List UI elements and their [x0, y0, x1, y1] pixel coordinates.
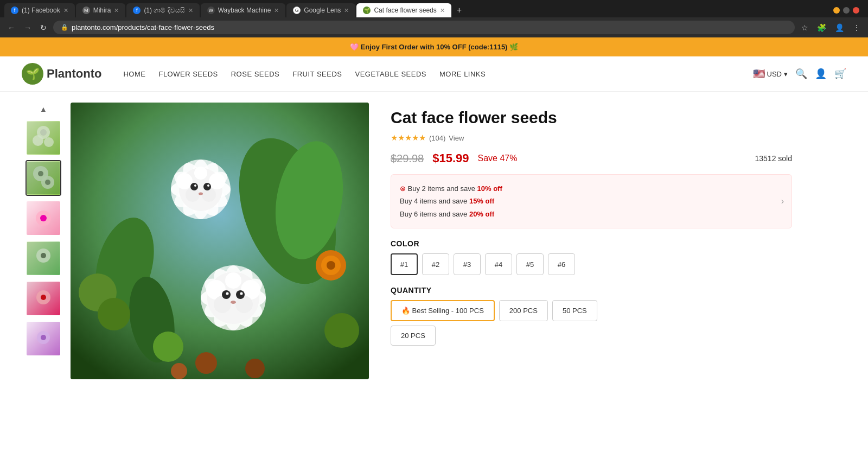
- googlelens-tab-icon: G: [293, 7, 301, 14]
- lock-icon: 🔒: [61, 24, 68, 31]
- nav-flower-seeds[interactable]: FLOWER SEEDS: [158, 70, 218, 78]
- color-section-label: COLOR: [391, 239, 792, 248]
- quantity-20pcs[interactable]: 20 PCS: [391, 326, 436, 346]
- tab-facebook1[interactable]: f (1) Facebook ✕: [4, 3, 75, 17]
- bulk-discount-icon1: ⊗: [400, 184, 406, 193]
- nav-fruit-seeds[interactable]: FRUIT SEEDS: [292, 70, 342, 78]
- thumbnail-image-3: [27, 201, 60, 235]
- back-button[interactable]: ←: [5, 22, 17, 33]
- quantity-50pcs[interactable]: 50 PCS: [552, 300, 597, 321]
- svg-point-64: [236, 290, 245, 299]
- tab-close-btn[interactable]: ✕: [114, 7, 119, 14]
- logo-text: Plantonto: [47, 67, 101, 81]
- tab-close-btn[interactable]: ✕: [188, 7, 193, 14]
- svg-point-47: [194, 184, 196, 187]
- tab-mihira[interactable]: M Mihira ✕: [76, 3, 126, 17]
- color-option-5[interactable]: #5: [516, 253, 544, 275]
- url-input[interactable]: 🔒 plantonto.com/products/cat-face-flower…: [53, 21, 795, 34]
- svg-point-31: [327, 261, 335, 270]
- nav-vegetable-seeds[interactable]: VEGETABLE SEEDS: [355, 70, 426, 78]
- menu-button[interactable]: ⋮: [851, 22, 863, 33]
- url-text: plantonto.com/products/cat-face-flower-s…: [72, 23, 214, 31]
- search-button[interactable]: 🔍: [795, 68, 807, 80]
- reload-button[interactable]: ↻: [38, 22, 49, 33]
- forward-button[interactable]: →: [22, 22, 34, 33]
- site-header: 🌱 Plantonto HOME FLOWER SEEDS ROSE SEEDS…: [0, 56, 868, 92]
- wayback-tab-icon: W: [207, 7, 215, 14]
- svg-point-67: [231, 301, 236, 304]
- svg-point-45: [190, 183, 198, 190]
- color-option-4[interactable]: #4: [485, 253, 512, 275]
- svg-rect-4: [27, 122, 60, 154]
- bookmark-button[interactable]: ☆: [799, 22, 810, 33]
- svg-point-69: [245, 359, 265, 378]
- svg-point-19: [41, 335, 46, 340]
- tab-facebook2[interactable]: f (1) ගාම් දිවයසි ✕: [126, 3, 199, 17]
- maximize-button[interactable]: [843, 7, 850, 14]
- tab-label: Google Lens: [304, 7, 341, 14]
- color-options: #1 #2 #3 #4 #5 #6: [391, 253, 792, 275]
- color-option-3[interactable]: #3: [454, 253, 481, 275]
- tab-label: Wayback Machine: [218, 7, 271, 14]
- view-reviews-link[interactable]: View: [449, 134, 464, 142]
- currency-selector[interactable]: 🇺🇸 USD ▾: [753, 68, 788, 80]
- product-title: Cat face flower seeds: [391, 108, 792, 128]
- quantity-section-label: QUANTITY: [391, 286, 792, 295]
- thumbnail-6[interactable]: [25, 321, 61, 356]
- thumbnail-3[interactable]: [25, 200, 61, 236]
- cart-button[interactable]: 🛒: [834, 68, 846, 80]
- svg-point-41: [209, 173, 225, 189]
- minimize-button[interactable]: [833, 7, 840, 14]
- tab-close-btn[interactable]: ✕: [344, 7, 349, 14]
- nav-more-links[interactable]: MORE LINKS: [439, 70, 486, 78]
- thumbnail-5[interactable]: [25, 281, 61, 316]
- thumbnail-1[interactable]: [25, 120, 61, 156]
- tab-close-btn[interactable]: ✕: [440, 7, 445, 14]
- main-product-image: [71, 103, 369, 379]
- thumbnail-image-1: [27, 121, 60, 155]
- svg-rect-14: [27, 242, 60, 275]
- quantity-best-selling[interactable]: 🔥 Best Selling - 100 PCS: [391, 300, 495, 321]
- nav-home[interactable]: HOME: [123, 70, 145, 78]
- bulk-discount-line3: Buy 6 items and save 20% off: [400, 208, 783, 220]
- quantity-200pcs[interactable]: 200 PCS: [499, 300, 548, 321]
- new-tab-button[interactable]: +: [452, 3, 466, 17]
- tab-label: Mihira: [93, 7, 111, 14]
- logo[interactable]: 🌱 Plantonto: [22, 63, 101, 85]
- svg-point-11: [40, 215, 47, 221]
- logo-icon: 🌱: [22, 63, 43, 85]
- extensions-button[interactable]: 🧩: [815, 22, 828, 33]
- rating-stars: ★★★★★: [391, 133, 426, 143]
- thumbnail-4[interactable]: [25, 240, 61, 276]
- original-price: $29.98: [391, 152, 424, 165]
- currency-label: USD: [767, 70, 782, 78]
- price-row: $29.98 $15.99 Save 47% 13512 sold: [391, 151, 792, 165]
- tab-plantonto[interactable]: 🌱 Cat face flower seeds ✕: [356, 3, 451, 17]
- currency-dropdown-icon: ▾: [784, 70, 788, 78]
- tab-googlelens[interactable]: G Google Lens ✕: [286, 3, 355, 17]
- tab-close-btn[interactable]: ✕: [274, 7, 279, 14]
- svg-point-26: [98, 298, 130, 330]
- svg-point-46: [203, 183, 211, 190]
- tab-close-btn[interactable]: ✕: [63, 7, 68, 14]
- profile-button[interactable]: 👤: [833, 22, 846, 33]
- browser-chrome: f (1) Facebook ✕ M Mihira ✕ f (1) ගාම් ද…: [0, 0, 868, 37]
- tab-label: Cat face flower seeds: [374, 7, 436, 14]
- thumbnail-2[interactable]: [25, 160, 61, 196]
- nav-rose-seeds[interactable]: ROSE SEEDS: [231, 70, 280, 78]
- bulk-discount-arrow-icon[interactable]: ›: [781, 196, 784, 206]
- close-window-button[interactable]: [853, 7, 859, 14]
- svg-point-70: [171, 363, 187, 379]
- thumbnail-up-button[interactable]: ▲: [37, 103, 49, 116]
- product-thumbnails: ▲: [22, 103, 65, 379]
- svg-point-66: [240, 292, 243, 295]
- color-option-6[interactable]: #6: [548, 253, 575, 275]
- main-image-container: [71, 103, 369, 379]
- color-option-1[interactable]: #1: [391, 253, 418, 275]
- color-option-2[interactable]: #2: [422, 253, 449, 275]
- thumbnail-image-6: [27, 322, 60, 355]
- svg-point-49: [199, 193, 203, 195]
- bulk-discount-line1: ⊗ Buy 2 items and save 10% off: [400, 182, 783, 195]
- tab-wayback[interactable]: W Wayback Machine ✕: [201, 3, 286, 17]
- account-button[interactable]: 👤: [815, 68, 827, 80]
